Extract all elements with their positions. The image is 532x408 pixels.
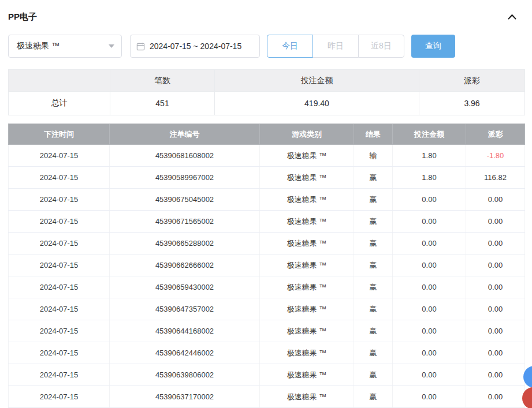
cell-game-type: 极速糖果 ™ xyxy=(260,298,354,320)
cell-payout: 0.00 xyxy=(466,386,525,408)
summary-header-row: 笔数 投注金额 派彩 xyxy=(9,70,525,92)
cell-game-type: 极速糖果 ™ xyxy=(260,189,354,211)
filter-row: 极速糖果 ™ 2024-07-15 ~ 2024-07-15 今日 昨日 近8日… xyxy=(8,35,524,58)
yesterday-button[interactable]: 昨日 xyxy=(312,35,359,58)
cell-result: 赢 xyxy=(354,254,393,276)
cell-game-type: 极速糖果 ™ xyxy=(260,342,354,364)
header-bet-amount: 投注金额 xyxy=(393,124,466,145)
summary-header-payout: 派彩 xyxy=(419,70,525,92)
game-select[interactable]: 极速糖果 ™ xyxy=(8,35,122,58)
summary-header-count: 笔数 xyxy=(110,70,215,92)
panel-header: PP电子 xyxy=(8,8,524,25)
cell-result: 赢 xyxy=(354,386,393,408)
cell-result: 赢 xyxy=(354,233,393,254)
cell-payout: -1.80 xyxy=(466,145,525,167)
cell-payout: 0.00 xyxy=(466,364,525,386)
cell-bet-amount: 0.00 xyxy=(393,233,466,254)
today-button[interactable]: 今日 xyxy=(267,35,313,58)
table-row: 2024-07-15 45390644168002 极速糖果 ™ 赢 0.00 … xyxy=(9,320,525,342)
cell-game-type: 极速糖果 ™ xyxy=(260,254,354,276)
cell-bet-id: 45390675045002 xyxy=(110,189,260,211)
cell-payout: 0.00 xyxy=(466,233,525,254)
cell-bet-amount: 0.00 xyxy=(393,320,466,342)
summary-header-bet-amount: 投注金额 xyxy=(215,70,419,92)
table-row: 2024-07-15 45390665288002 极速糖果 ™ 赢 0.00 … xyxy=(9,233,525,254)
header-result: 结果 xyxy=(354,124,393,145)
cell-bet-amount: 0.00 xyxy=(393,386,466,408)
cell-bet-id: 45390647357002 xyxy=(110,298,260,320)
cell-bet-id: 45390639806002 xyxy=(110,364,260,386)
cell-result: 赢 xyxy=(354,342,393,364)
cell-result: 输 xyxy=(354,145,393,167)
cell-bet-id: 45390659430002 xyxy=(110,276,260,298)
table-row: 2024-07-15 45390637170002 极速糖果 ™ 赢 0.00 … xyxy=(9,386,525,408)
bet-table-header-row: 下注时间 注单编号 游戏类别 结果 投注金额 派彩 xyxy=(9,124,525,145)
cell-bet-amount: 0.00 xyxy=(393,189,466,211)
cell-payout: 0.00 xyxy=(466,211,525,233)
bet-table-body: 2024-07-15 45390681608002 极速糖果 ™ 输 1.80 … xyxy=(9,145,525,408)
summary-header-empty xyxy=(9,70,110,92)
cell-game-type: 极速糖果 ™ xyxy=(260,386,354,408)
cell-payout: 0.00 xyxy=(466,254,525,276)
table-row: 2024-07-15 45390589967002 极速糖果 ™ 赢 1.80 … xyxy=(9,167,525,189)
cell-bet-id: 45390642446002 xyxy=(110,342,260,364)
cell-game-type: 极速糖果 ™ xyxy=(260,233,354,254)
table-row: 2024-07-15 45390681608002 极速糖果 ™ 输 1.80 … xyxy=(9,145,525,167)
cell-payout: 0.00 xyxy=(466,298,525,320)
search-button[interactable]: 查询 xyxy=(411,35,455,58)
cell-bet-id: 45390644168002 xyxy=(110,320,260,342)
cell-bet-time: 2024-07-15 xyxy=(9,298,110,320)
cell-result: 赢 xyxy=(354,320,393,342)
cell-bet-time: 2024-07-15 xyxy=(9,145,110,167)
cell-bet-amount: 0.00 xyxy=(393,342,466,364)
cell-payout: 0.00 xyxy=(466,189,525,211)
table-row: 2024-07-15 45390639806002 极速糖果 ™ 赢 0.00 … xyxy=(9,364,525,386)
cell-game-type: 极速糖果 ™ xyxy=(260,211,354,233)
table-row: 2024-07-15 45390659430002 极速糖果 ™ 赢 0.00 … xyxy=(9,276,525,298)
page-title: PP电子 xyxy=(8,12,37,23)
table-row: 2024-07-15 45390662666002 极速糖果 ™ 赢 0.00 … xyxy=(9,254,525,276)
last-8-days-button[interactable]: 近8日 xyxy=(358,35,404,58)
cell-bet-amount: 0.00 xyxy=(393,211,466,233)
cell-bet-time: 2024-07-15 xyxy=(9,233,110,254)
cell-bet-time: 2024-07-15 xyxy=(9,167,110,189)
cell-bet-id: 45390671565002 xyxy=(110,211,260,233)
cell-result: 赢 xyxy=(354,298,393,320)
chevron-down-icon xyxy=(109,44,114,48)
cell-bet-amount: 0.00 xyxy=(393,364,466,386)
cell-result: 赢 xyxy=(354,276,393,298)
cell-result: 赢 xyxy=(354,189,393,211)
summary-count-value: 451 xyxy=(110,92,215,115)
cell-bet-id: 45390665288002 xyxy=(110,233,260,254)
table-row: 2024-07-15 45390671565002 极速糖果 ™ 赢 0.00 … xyxy=(9,211,525,233)
cell-payout: 116.82 xyxy=(466,167,525,189)
cell-bet-id: 45390662666002 xyxy=(110,254,260,276)
cell-bet-time: 2024-07-15 xyxy=(9,254,110,276)
quick-date-button-group: 今日 昨日 近8日 xyxy=(267,35,404,58)
game-select-value: 极速糖果 ™ xyxy=(17,41,59,51)
cell-bet-id: 45390637170002 xyxy=(110,386,260,408)
cell-bet-time: 2024-07-15 xyxy=(9,386,110,408)
cell-game-type: 极速糖果 ™ xyxy=(260,364,354,386)
date-range-input[interactable]: 2024-07-15 ~ 2024-07-15 xyxy=(130,35,260,58)
cell-payout: 0.00 xyxy=(466,342,525,364)
cell-result: 赢 xyxy=(354,167,393,189)
table-row: 2024-07-15 45390647357002 极速糖果 ™ 赢 0.00 … xyxy=(9,298,525,320)
cell-game-type: 极速糖果 ™ xyxy=(260,276,354,298)
cell-bet-amount: 1.80 xyxy=(393,145,466,167)
summary-total-label: 总计 xyxy=(9,92,110,115)
cell-bet-time: 2024-07-15 xyxy=(9,320,110,342)
collapse-panel-button[interactable] xyxy=(508,12,516,22)
bet-records-table: 下注时间 注单编号 游戏类别 结果 投注金额 派彩 2024-07-15 453… xyxy=(8,123,525,408)
cell-game-type: 极速糖果 ™ xyxy=(260,167,354,189)
cell-bet-amount: 0.00 xyxy=(393,298,466,320)
cell-result: 赢 xyxy=(354,211,393,233)
date-range-value: 2024-07-15 ~ 2024-07-15 xyxy=(150,42,241,51)
cell-bet-time: 2024-07-15 xyxy=(9,189,110,211)
summary-total-row: 总计 451 419.40 3.96 xyxy=(9,92,525,115)
header-payout: 派彩 xyxy=(466,124,525,145)
chevron-up-icon xyxy=(508,12,516,22)
cell-game-type: 极速糖果 ™ xyxy=(260,320,354,342)
summary-table: 笔数 投注金额 派彩 总计 451 419.40 3.96 xyxy=(8,69,525,115)
header-bet-id: 注单编号 xyxy=(110,124,260,145)
